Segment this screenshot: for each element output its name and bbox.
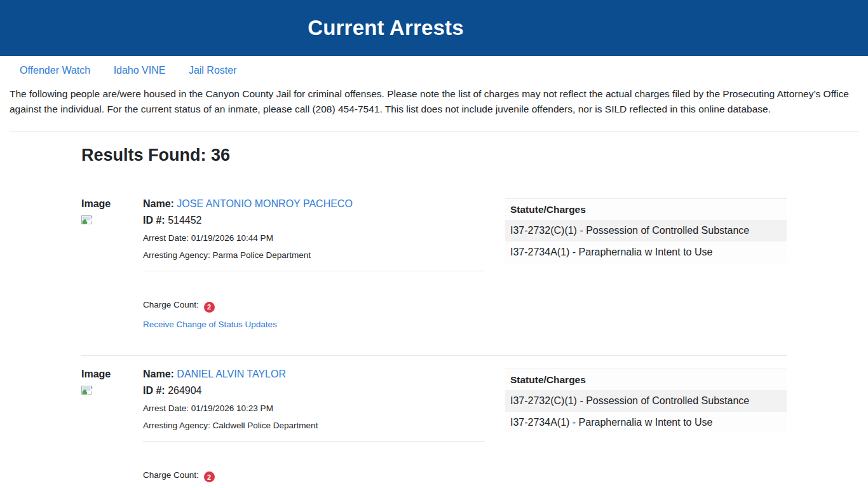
arresting-agency: Arresting Agency: Caldwell Police Depart… [143,421,485,430]
inmate-details: Name: JOSE ANTONIO MONROY PACHECO ID #: … [143,198,485,330]
broken-image-icon [81,386,93,395]
image-column: Image [81,198,143,330]
record-divider [81,355,787,356]
arrest-record: Image Name: JOSE ANTONIO MONROY PACHECO … [81,198,787,330]
charge-cell: I37-2732(C)(1) - Possession of Controlle… [505,220,787,241]
charges-table: Statute/Charges I37-2732(C)(1) - Possess… [505,198,787,263]
charges-column: Statute/Charges I37-2732(C)(1) - Possess… [505,369,787,488]
arrest-date: Arrest Date: 01/19/2026 10:23 PM [143,403,485,413]
broken-image-icon [81,215,93,225]
results-container: Results Found: 36 Image Name: JOSE ANTON… [81,146,787,488]
intro-text: The following people are/were housed in … [0,86,868,117]
image-column: Image [81,369,143,488]
charge-cell: I37-2734A(1) - Paraphernalia w Intent to… [505,412,787,433]
image-column-label: Image [81,369,143,380]
name-line: Name: JOSE ANTONIO MONROY PACHECO [143,198,485,210]
inmate-id-value: 264904 [168,385,201,396]
charge-count-badge: 2 [204,302,215,313]
charge-count-line: Charge Count: 2 [143,470,485,483]
charges-table-header: Statute/Charges [505,369,787,390]
results-count-heading: Results Found: 36 [81,146,787,165]
id-line: ID #: 514452 [143,215,485,226]
details-divider [143,271,485,271]
status-updates-link[interactable]: Receive Change of Status Updates [143,320,277,329]
name-line: Name: DANIEL ALVIN TAYLOR [143,369,485,380]
nav-link-idaho-vine[interactable]: Idaho VINE [114,65,166,76]
page-title: Current Arrests [308,16,464,40]
charge-row: I37-2732(C)(1) - Possession of Controlle… [505,220,787,241]
nav-link-offender-watch[interactable]: Offender Watch [20,65,90,76]
nav-link-jail-roster[interactable]: Jail Roster [189,65,237,76]
inmate-name-link[interactable]: JOSE ANTONIO MONROY PACHECO [177,198,353,209]
charge-row: I37-2732(C)(1) - Possession of Controlle… [505,390,787,412]
image-column-label: Image [81,198,143,210]
inmate-id-value: 514452 [168,215,201,226]
inmate-details: Name: DANIEL ALVIN TAYLOR ID #: 264904 A… [143,369,485,488]
charge-cell: I37-2734A(1) - Paraphernalia w Intent to… [505,241,787,263]
arresting-agency: Arresting Agency: Parma Police Departmen… [143,250,485,260]
top-nav: Offender Watch Idaho VINE Jail Roster [0,56,868,80]
charge-cell: I37-2732(C)(1) - Possession of Controlle… [505,390,787,412]
charge-count-label: Charge Count: [143,470,199,480]
id-label: ID #: [143,215,165,226]
charge-count-line: Charge Count: 2 [143,300,485,313]
charge-row: I37-2734A(1) - Paraphernalia w Intent to… [505,241,787,263]
page-divider [10,131,858,132]
arrest-record: Image Name: DANIEL ALVIN TAYLOR ID #: 26… [81,369,787,488]
charge-count-label: Charge Count: [143,300,199,309]
name-label: Name: [143,369,174,379]
id-line: ID #: 264904 [143,385,485,396]
charges-table-header: Statute/Charges [505,199,787,220]
charges-table: Statute/Charges I37-2732(C)(1) - Possess… [505,369,787,433]
arrest-date: Arrest Date: 01/19/2026 10:44 PM [143,233,485,243]
name-label: Name: [143,198,174,209]
charge-row: I37-2734A(1) - Paraphernalia w Intent to… [505,412,787,433]
details-divider [143,441,485,442]
id-label: ID #: [143,385,165,396]
charge-count-badge: 2 [204,471,215,482]
inmate-name-link[interactable]: DANIEL ALVIN TAYLOR [177,369,286,379]
charges-column: Statute/Charges I37-2732(C)(1) - Possess… [505,198,787,330]
page-header: Current Arrests [0,0,868,56]
